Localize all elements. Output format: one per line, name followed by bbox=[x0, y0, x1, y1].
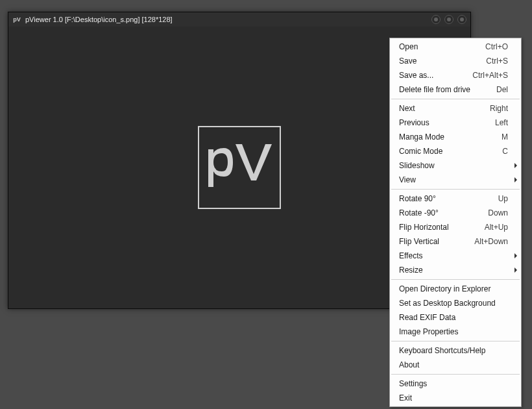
context-menu: OpenCtrl+OSaveCtrl+SSave as...Ctrl+Alt+S… bbox=[389, 38, 522, 407]
menu-item-label: Next bbox=[399, 103, 415, 114]
menu-item[interactable]: Image Properties bbox=[390, 325, 521, 339]
menu-item[interactable]: Flip HorizontalAlt+Up bbox=[390, 220, 521, 234]
chevron-right-icon bbox=[514, 163, 517, 168]
menu-item[interactable]: Comic ModeC bbox=[390, 144, 521, 158]
menu-item-shortcut: Down bbox=[488, 208, 508, 218]
menu-item-label: Read EXIF Data bbox=[399, 312, 455, 323]
menu-item-label: Delete file from drive bbox=[399, 84, 470, 95]
menu-item-shortcut: Right bbox=[490, 103, 508, 114]
menu-separator bbox=[391, 99, 520, 99]
menu-item-shortcut: Del bbox=[496, 84, 508, 95]
menu-item[interactable]: Save as...Ctrl+Alt+S bbox=[390, 68, 521, 82]
menu-item-label: Set as Desktop Background bbox=[399, 298, 496, 308]
menu-item[interactable]: Exit bbox=[390, 391, 521, 405]
menu-item[interactable]: Rotate -90°Down bbox=[390, 206, 521, 220]
menu-item-shortcut: Alt+Down bbox=[474, 236, 508, 247]
close-button[interactable] bbox=[457, 15, 466, 24]
menu-item[interactable]: Delete file from driveDel bbox=[390, 82, 521, 97]
menu-item-label: View bbox=[399, 175, 416, 185]
menu-item-shortcut: M bbox=[502, 132, 508, 142]
menu-item-label: Flip Horizontal bbox=[399, 222, 449, 232]
menu-separator bbox=[391, 341, 520, 341]
minimize-button[interactable] bbox=[431, 15, 441, 24]
menu-item[interactable]: NextRight bbox=[390, 101, 521, 116]
titlebar[interactable]: pV pViewer 1.0 [F:\Desktop\icon_s.png] [… bbox=[8, 12, 470, 27]
menu-item[interactable]: Flip VerticalAlt+Down bbox=[390, 234, 521, 249]
menu-item-label: Save as... bbox=[399, 70, 433, 81]
menu-item[interactable]: Manga ModeM bbox=[390, 130, 521, 144]
menu-item-shortcut: Ctrl+S bbox=[486, 56, 508, 66]
menu-item[interactable]: OpenCtrl+O bbox=[390, 40, 521, 54]
chevron-right-icon bbox=[514, 267, 517, 273]
menu-item-shortcut: Ctrl+Alt+S bbox=[472, 70, 508, 81]
menu-item[interactable]: PreviousLeft bbox=[390, 116, 521, 130]
menu-item-label: Image Properties bbox=[399, 327, 458, 337]
menu-item-label: Keyboard Shortcuts/Help bbox=[399, 345, 485, 356]
maximize-button[interactable] bbox=[444, 15, 453, 24]
menu-item[interactable]: Set as Desktop Background bbox=[390, 296, 521, 310]
menu-item[interactable]: SaveCtrl+S bbox=[390, 54, 521, 68]
menu-item[interactable]: Slideshow bbox=[390, 158, 521, 173]
menu-item-label: Effects bbox=[399, 251, 422, 261]
menu-item-label: Settings bbox=[399, 378, 427, 389]
menu-item-label: Comic Mode bbox=[399, 146, 442, 156]
menu-item-shortcut: Up bbox=[498, 193, 508, 204]
app-icon: pV bbox=[12, 15, 21, 24]
menu-item-label: Rotate 90° bbox=[399, 193, 436, 204]
menu-item[interactable]: Effects bbox=[390, 249, 521, 263]
menu-item[interactable]: View bbox=[390, 173, 521, 187]
menu-item-label: Rotate -90° bbox=[399, 208, 439, 218]
window-title: pViewer 1.0 [F:\Desktop\icon_s.png] [128… bbox=[25, 16, 173, 23]
menu-item[interactable]: Open Directory in Explorer bbox=[390, 282, 521, 296]
menu-item-label: Exit bbox=[399, 393, 412, 403]
menu-item-label: Open bbox=[399, 42, 418, 52]
menu-item[interactable]: Rotate 90°Up bbox=[390, 192, 521, 206]
menu-item-shortcut: Left bbox=[495, 118, 508, 128]
chevron-right-icon bbox=[514, 177, 517, 182]
menu-separator bbox=[391, 374, 520, 375]
menu-item-label: About bbox=[399, 360, 419, 370]
menu-item-label: Manga Mode bbox=[399, 132, 444, 142]
menu-item-label: Previous bbox=[399, 118, 429, 128]
menu-item[interactable]: Read EXIF Data bbox=[390, 310, 521, 325]
menu-item[interactable]: Keyboard Shortcuts/Help bbox=[390, 343, 521, 358]
menu-item-label: Save bbox=[399, 56, 417, 66]
menu-item-shortcut: Alt+Up bbox=[485, 222, 508, 232]
window-controls bbox=[431, 15, 466, 24]
menu-separator bbox=[391, 189, 520, 190]
menu-item-shortcut: C bbox=[502, 146, 508, 156]
chevron-right-icon bbox=[514, 253, 517, 258]
menu-item-label: Open Directory in Explorer bbox=[399, 284, 490, 294]
menu-item-shortcut: Ctrl+O bbox=[485, 42, 508, 52]
menu-separator bbox=[391, 279, 520, 280]
menu-item-label: Resize bbox=[399, 265, 423, 275]
menu-item-label: Flip Vertical bbox=[399, 236, 439, 247]
menu-item[interactable]: Resize bbox=[390, 263, 521, 277]
menu-item[interactable]: Settings bbox=[390, 377, 521, 391]
displayed-image bbox=[198, 126, 281, 209]
menu-item[interactable]: About bbox=[390, 358, 521, 372]
menu-item-label: Slideshow bbox=[399, 160, 435, 171]
